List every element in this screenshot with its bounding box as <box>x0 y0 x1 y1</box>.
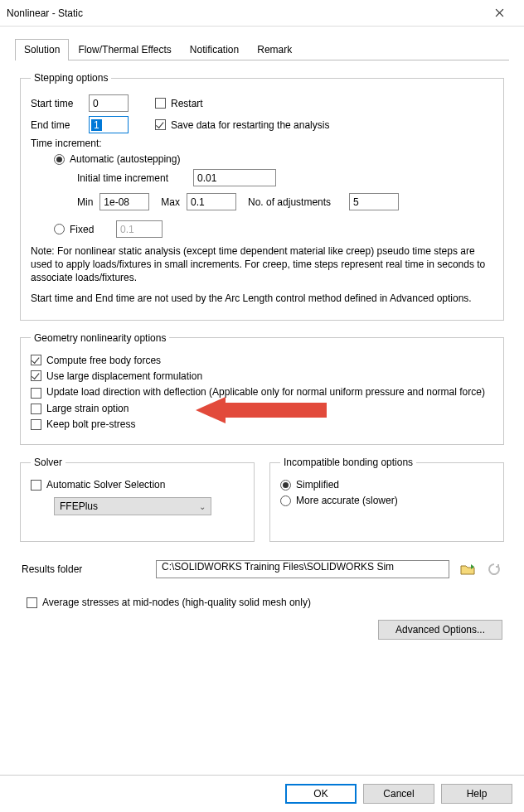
tab-solution[interactable]: Solution <box>15 39 69 60</box>
large-disp-checkbox[interactable] <box>31 370 41 381</box>
advanced-options-button[interactable]: Advanced Options... <box>378 620 502 640</box>
average-stresses-checkbox[interactable] <box>27 597 37 608</box>
results-folder-input[interactable]: C:\SOLIDWORKS Training Files\SOLIDWORKS … <box>156 560 449 578</box>
stepping-note1: Note: For nonlinear static analysis (exc… <box>31 244 493 285</box>
titlebar: Nonlinear - Static <box>0 0 524 27</box>
free-body-label: Compute free body forces <box>46 355 161 366</box>
fixed-label: Fixed <box>70 224 116 235</box>
tab-notification[interactable]: Notification <box>181 39 248 60</box>
large-strain-label: Large strain option <box>46 403 129 414</box>
simplified-radio[interactable] <box>280 480 291 491</box>
dialog-footer: OK Cancel Help <box>0 775 524 812</box>
stepping-note2: Start time and End time are not used by … <box>31 292 493 305</box>
incompatible-legend: Incompatible bonding options <box>280 457 416 468</box>
close-button[interactable] <box>481 2 517 25</box>
solver-selected: FFEPlus <box>60 500 98 512</box>
restart-checkbox[interactable] <box>155 98 166 109</box>
incompatible-group: Incompatible bonding options Simplified … <box>269 457 504 542</box>
bolt-prestress-label: Keep bolt pre-stress <box>46 418 135 430</box>
max-label: Max <box>161 196 180 208</box>
average-stresses-label: Average stresses at mid-nodes (high-qual… <box>42 597 311 608</box>
ok-button[interactable]: OK <box>285 784 357 804</box>
bolt-prestress-checkbox[interactable] <box>31 419 41 430</box>
initial-increment-label: Initial time increment <box>77 172 193 184</box>
start-time-label: Start time <box>31 98 89 109</box>
min-input[interactable] <box>99 193 149 210</box>
tab-remark[interactable]: Remark <box>248 39 301 60</box>
free-body-checkbox[interactable] <box>31 355 41 365</box>
initial-increment-input[interactable] <box>193 169 276 186</box>
auto-solver-checkbox[interactable] <box>31 480 41 491</box>
adjustments-input[interactable] <box>349 193 399 210</box>
save-data-label: Save data for restarting the analysis <box>171 119 329 131</box>
accurate-label: More accurate (slower) <box>296 495 398 506</box>
update-load-label: Update load direction with deflection (A… <box>46 386 485 399</box>
window-title: Nonlinear - Static <box>7 7 481 19</box>
end-time-input[interactable]: 1 <box>89 116 129 133</box>
help-button[interactable]: Help <box>441 784 512 804</box>
geometry-legend: Geometry nonlinearity options <box>31 332 169 344</box>
cancel-button[interactable]: Cancel <box>363 784 434 804</box>
solver-select[interactable]: FFEPlus ⌄ <box>54 497 211 515</box>
large-disp-label: Use large displacement formulation <box>46 370 202 382</box>
auto-solver-label: Automatic Solver Selection <box>46 479 165 491</box>
stepping-legend: Stepping options <box>31 72 111 84</box>
solver-group: Solver Automatic Solver Selection FFEPlu… <box>20 457 255 542</box>
fixed-radio[interactable] <box>54 224 65 234</box>
refresh-icon[interactable] <box>486 561 502 578</box>
automatic-label: Automatic (autostepping) <box>70 153 180 165</box>
accurate-radio[interactable] <box>280 495 291 506</box>
update-load-checkbox[interactable] <box>31 388 41 399</box>
chevron-down-icon: ⌄ <box>199 502 206 511</box>
solver-legend: Solver <box>31 457 66 468</box>
tab-flow-thermal[interactable]: Flow/Thermal Effects <box>69 39 180 60</box>
end-time-label: End time <box>31 119 89 131</box>
min-label: Min <box>77 196 93 208</box>
restart-label: Restart <box>171 98 203 109</box>
max-input[interactable] <box>187 193 236 210</box>
adjustments-label: No. of adjustments <box>248 196 331 208</box>
results-folder-label: Results folder <box>22 563 146 575</box>
geometry-group: Geometry nonlinearity options Compute fr… <box>20 332 504 446</box>
large-strain-checkbox[interactable] <box>31 404 41 414</box>
time-increment-label: Time increment: <box>31 138 102 149</box>
tab-bar: Solution Flow/Thermal Effects Notificati… <box>15 38 509 60</box>
simplified-label: Simplified <box>296 479 339 491</box>
fixed-input <box>116 220 163 238</box>
browse-folder-icon[interactable] <box>459 561 476 578</box>
stepping-group: Stepping options Start time Restart End … <box>20 72 504 321</box>
save-data-checkbox[interactable] <box>155 119 166 130</box>
start-time-input[interactable] <box>89 94 129 112</box>
automatic-radio[interactable] <box>54 154 65 165</box>
